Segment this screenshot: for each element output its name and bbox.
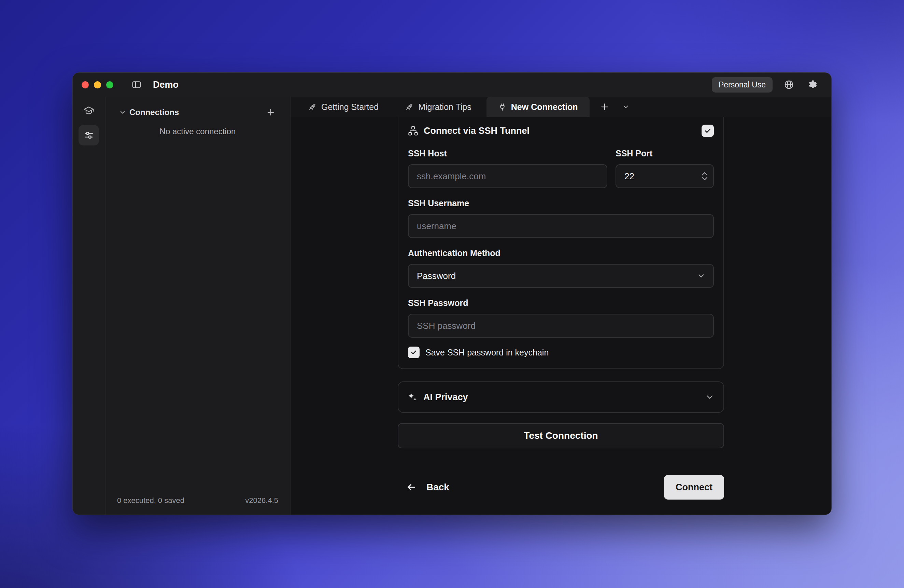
plus-icon <box>266 107 275 117</box>
content-area: Connect via SSH Tunnel SSH Host <box>291 117 831 515</box>
ssh-username-input[interactable] <box>408 214 714 238</box>
new-tab-button[interactable] <box>598 100 612 114</box>
connect-button[interactable]: Connect <box>664 475 724 499</box>
globe-button[interactable] <box>782 78 796 92</box>
gear-icon <box>807 79 817 90</box>
arrow-left-icon <box>406 482 417 493</box>
back-label: Back <box>427 482 449 493</box>
minimize-window-button[interactable] <box>94 81 101 89</box>
rocket-icon <box>405 103 414 111</box>
auth-method-label: Authentication Method <box>408 247 714 259</box>
window-title: Demo <box>153 79 179 90</box>
chevron-down-icon <box>119 109 126 116</box>
ssh-host-input[interactable] <box>408 164 607 188</box>
back-button[interactable]: Back <box>398 482 449 493</box>
network-icon <box>408 126 418 136</box>
tab-overflow-button[interactable] <box>619 100 632 114</box>
graduation-cap-icon <box>83 105 94 116</box>
ssh-password-input[interactable] <box>408 314 714 338</box>
titlebar: Demo Personal Use <box>73 73 831 96</box>
ssh-username-label: SSH Username <box>408 197 714 209</box>
globe-icon <box>784 79 794 90</box>
connection-form: Connect via SSH Tunnel SSH Host <box>398 117 724 499</box>
sidebar-toggle-icon <box>131 79 142 90</box>
tab-bar: Getting Started Migration Tips <box>291 96 831 117</box>
sliders-icon <box>83 130 94 141</box>
tab-getting-started[interactable]: Getting Started <box>297 96 390 117</box>
main-area: Getting Started Migration Tips <box>291 96 831 515</box>
titlebar-actions: Personal Use <box>712 77 831 93</box>
executed-saved-count: 0 executed, 0 saved <box>117 496 184 505</box>
add-connection-button[interactable] <box>264 106 278 119</box>
icon-rail <box>73 96 106 515</box>
sidebar: Connections No active connection 0 execu… <box>106 96 291 515</box>
ssh-host-label: SSH Host <box>408 147 607 160</box>
ssh-password-label: SSH Password <box>408 297 714 309</box>
sparkles-icon <box>407 392 417 402</box>
chevron-down-icon <box>702 177 708 181</box>
settings-button[interactable] <box>805 78 819 92</box>
close-window-button[interactable] <box>82 81 89 89</box>
ssh-tunnel-checkbox[interactable] <box>702 125 714 137</box>
chevron-down-icon <box>697 272 706 280</box>
auth-method-value: Password <box>417 271 456 281</box>
auth-method-select[interactable]: Password <box>408 264 714 288</box>
keychain-label: Save SSH password in keychain <box>425 348 548 357</box>
connections-title: Connections <box>130 107 179 117</box>
tab-new-connection[interactable]: New Connection <box>487 96 589 117</box>
ai-privacy-label: AI Privacy <box>424 392 699 403</box>
ssh-tunnel-section: Connect via SSH Tunnel SSH Host <box>398 117 724 369</box>
chevron-down-icon <box>622 103 629 111</box>
license-badge: Personal Use <box>712 77 773 93</box>
app-version: v2026.4.5 <box>245 496 278 505</box>
plus-icon <box>599 102 610 112</box>
no-active-connection-text: No active connection <box>106 127 290 136</box>
tab-label: Getting Started <box>321 102 379 112</box>
ssh-tunnel-title: Connect via SSH Tunnel <box>424 126 696 136</box>
check-icon <box>704 127 711 134</box>
tab-label: Migration Tips <box>418 102 471 112</box>
connections-header[interactable]: Connections <box>106 103 290 122</box>
plug-icon <box>498 103 507 111</box>
rocket-icon <box>308 103 317 111</box>
ssh-port-input[interactable] <box>616 164 714 188</box>
tab-label: New Connection <box>511 102 578 112</box>
chevron-down-icon <box>705 392 714 402</box>
chevron-up-icon <box>702 172 708 176</box>
app-window: Demo Personal Use <box>73 73 831 515</box>
ssh-port-label: SSH Port <box>616 147 714 160</box>
check-icon <box>410 349 417 356</box>
port-stepper[interactable] <box>702 172 708 181</box>
rail-item-preferences[interactable] <box>79 125 99 145</box>
sidebar-toggle-button[interactable] <box>129 77 144 92</box>
traffic-lights <box>73 81 113 89</box>
tab-migration-tips[interactable]: Migration Tips <box>394 96 483 117</box>
ai-privacy-section[interactable]: AI Privacy <box>398 381 724 413</box>
sidebar-statusbar: 0 executed, 0 saved v2026.4.5 <box>106 496 290 515</box>
zoom-window-button[interactable] <box>106 81 113 89</box>
test-connection-button[interactable]: Test Connection <box>398 423 724 448</box>
rail-item-learn[interactable] <box>79 100 99 121</box>
keychain-checkbox[interactable] <box>408 346 420 358</box>
